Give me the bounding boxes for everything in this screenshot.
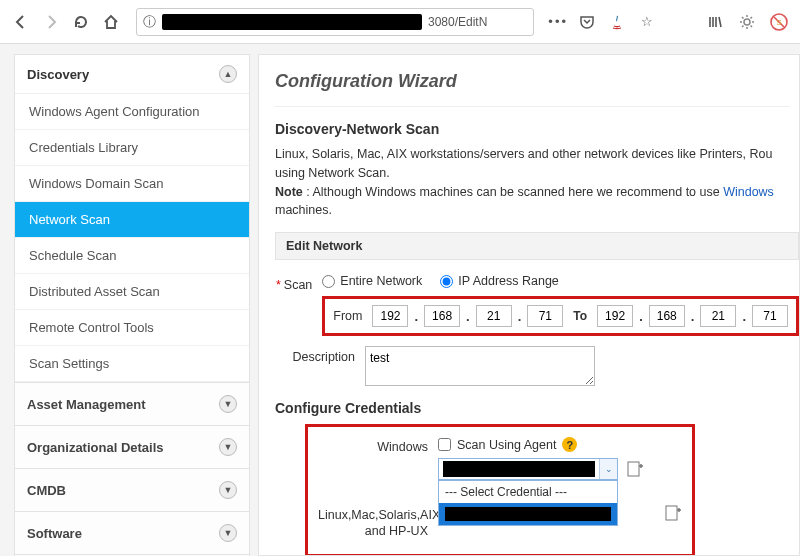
java-icon[interactable] <box>606 11 628 33</box>
expand-down-icon: ▼ <box>219 481 237 499</box>
description-input[interactable] <box>365 346 595 386</box>
sidebar-item-scan-settings[interactable]: Scan Settings <box>15 346 249 382</box>
to-label: To <box>573 309 587 323</box>
radio-ip-range[interactable]: IP Address Range <box>440 274 559 288</box>
svg-point-0 <box>744 19 750 25</box>
url-tail: 3080/EditN <box>428 15 487 29</box>
from-label: From <box>333 309 362 323</box>
library-icon[interactable] <box>704 11 726 33</box>
to-octet-1[interactable] <box>597 305 633 327</box>
add-credential-button-linux[interactable] <box>664 504 682 522</box>
windows-link[interactable]: Windows <box>723 185 774 199</box>
sidebar-item-schedule-scan[interactable]: Schedule Scan <box>15 238 249 274</box>
sidebar-header-discovery[interactable]: Discovery ▲ <box>15 55 249 94</box>
linux-credential-label: Linux,Mac,Solaris,AIX and HP-UX <box>318 504 438 540</box>
svg-text:S: S <box>776 18 781 27</box>
expand-down-icon: ▼ <box>219 395 237 413</box>
ip-range-box: From . . . To . . . <box>322 296 799 336</box>
page-title: Configuration Wizard <box>275 65 789 107</box>
expand-down-icon: ▼ <box>219 438 237 456</box>
noscript-icon[interactable]: S <box>768 11 790 33</box>
description-text: Linux, Solaris, Mac, AIX workstations/se… <box>275 145 799 220</box>
to-octet-3[interactable] <box>700 305 736 327</box>
sidebar-section-cmdb[interactable]: CMDB▼ <box>15 468 249 511</box>
to-octet-4[interactable] <box>752 305 788 327</box>
forward-button[interactable] <box>40 11 62 33</box>
help-icon[interactable]: ? <box>562 437 577 452</box>
page-subtitle: Discovery-Network Scan <box>275 121 799 137</box>
sidebar-section-organizational-details[interactable]: Organizational Details▼ <box>15 425 249 468</box>
addon-gear-icon[interactable] <box>736 11 758 33</box>
dropdown-option-placeholder[interactable]: --- Select Credential --- <box>439 481 617 503</box>
url-bar[interactable]: ⓘ 3080/EditN <box>136 8 534 36</box>
main-panel: Configuration Wizard Discovery-Network S… <box>258 54 800 556</box>
credentials-box: Windows Scan Using Agent ? ⌄ <box>305 424 695 556</box>
credential-dropdown: --- Select Credential --- <box>438 480 618 526</box>
from-octet-3[interactable] <box>476 305 512 327</box>
bookmark-icon[interactable]: ☆ <box>636 11 658 33</box>
scan-row: *Scan Entire Network IP Address Range Fr… <box>275 274 799 336</box>
sidebar: Discovery ▲ Windows Agent Configuration … <box>14 54 250 556</box>
option-redacted <box>445 507 611 521</box>
dropdown-arrow-icon[interactable]: ⌄ <box>599 459 617 479</box>
to-octet-2[interactable] <box>649 305 685 327</box>
sidebar-item-remote-control-tools[interactable]: Remote Control Tools <box>15 310 249 346</box>
description-row: Description <box>275 346 799 386</box>
description-label: Description <box>275 346 365 364</box>
sidebar-item-network-scan[interactable]: Network Scan <box>15 202 249 238</box>
from-octet-2[interactable] <box>424 305 460 327</box>
scan-using-agent-label: Scan Using Agent <box>457 438 556 452</box>
windows-credential-select[interactable]: ⌄ <box>438 458 618 480</box>
sidebar-item-credentials-library[interactable]: Credentials Library <box>15 130 249 166</box>
combo-value-redacted <box>443 461 595 477</box>
windows-credential-label: Windows <box>318 437 438 454</box>
expand-down-icon: ▼ <box>219 524 237 542</box>
pocket-icon[interactable] <box>576 11 598 33</box>
edit-network-header: Edit Network <box>275 232 799 260</box>
sidebar-section-asset-management[interactable]: Asset Management▼ <box>15 382 249 425</box>
reload-button[interactable] <box>70 11 92 33</box>
radio-entire-network[interactable]: Entire Network <box>322 274 422 288</box>
scan-label: *Scan <box>275 274 322 292</box>
back-button[interactable] <box>10 11 32 33</box>
from-octet-1[interactable] <box>372 305 408 327</box>
svg-rect-3 <box>628 462 639 476</box>
sidebar-item-windows-agent[interactable]: Windows Agent Configuration <box>15 94 249 130</box>
add-credential-button[interactable] <box>626 460 644 478</box>
browser-toolbar: ⓘ 3080/EditN ••• ☆ S <box>0 0 800 44</box>
home-button[interactable] <box>100 11 122 33</box>
from-octet-4[interactable] <box>527 305 563 327</box>
dropdown-option-selected[interactable] <box>439 503 617 525</box>
scan-using-agent-checkbox[interactable] <box>438 438 451 451</box>
sidebar-section-software[interactable]: Software▼ <box>15 511 249 554</box>
sidebar-item-windows-domain-scan[interactable]: Windows Domain Scan <box>15 166 249 202</box>
sidebar-item-distributed-asset-scan[interactable]: Distributed Asset Scan <box>15 274 249 310</box>
collapse-up-icon[interactable]: ▲ <box>219 65 237 83</box>
svg-rect-4 <box>666 506 677 520</box>
url-redacted <box>162 14 422 30</box>
configure-credentials-header: Configure Credentials <box>275 400 799 416</box>
page-actions-icon[interactable]: ••• <box>548 14 568 29</box>
site-info-icon[interactable]: ⓘ <box>143 13 156 31</box>
sidebar-header-label: Discovery <box>27 67 89 82</box>
